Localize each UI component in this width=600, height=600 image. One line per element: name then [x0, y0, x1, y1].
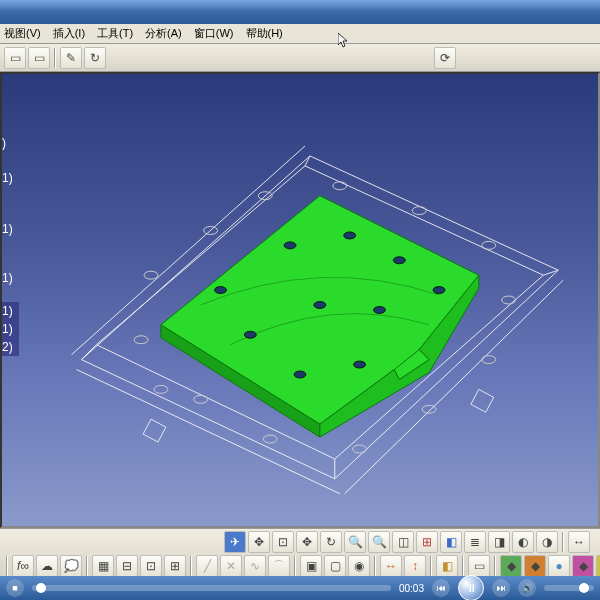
chat-icon[interactable]: 💭 — [60, 555, 82, 577]
viewport-3d[interactable]: )1)1)1)1)1)2) — [0, 72, 600, 528]
cube3d-icon[interactable]: ◧ — [436, 555, 458, 577]
tool-rect2[interactable]: ▭ — [28, 47, 50, 69]
tree-node[interactable]: 2) — [2, 338, 19, 356]
view-layers[interactable]: ≣ — [464, 531, 486, 553]
tree-node[interactable]: ) — [2, 134, 19, 152]
svg-point-20 — [433, 287, 445, 294]
view-rotate[interactable]: ↻ — [320, 531, 342, 553]
svg-point-32 — [263, 435, 277, 443]
separator — [6, 556, 8, 576]
body-green-icon[interactable]: ◆ — [500, 555, 522, 577]
spec-tree[interactable]: )1)1)1)1)1)2) — [2, 134, 19, 356]
separator — [374, 556, 376, 576]
svg-point-17 — [244, 331, 256, 338]
tree-node[interactable]: 1) — [2, 302, 19, 320]
zoom-out-icon[interactable]: 🔍 — [368, 531, 390, 553]
menu-tools[interactable]: 工具(T) — [97, 26, 133, 41]
svg-point-36 — [154, 385, 168, 393]
separator — [54, 48, 56, 68]
svg-point-19 — [374, 306, 386, 313]
svg-line-3 — [305, 156, 310, 166]
svg-point-33 — [353, 445, 367, 453]
body-yel-icon[interactable]: ◆ — [596, 555, 600, 577]
player-pause[interactable]: ⏸ — [458, 575, 484, 600]
tool-sketch[interactable]: ✎ — [60, 47, 82, 69]
separator — [494, 556, 496, 576]
menu-analyze[interactable]: 分析(A) — [145, 26, 182, 41]
tree-node[interactable]: 1) — [2, 204, 19, 254]
svg-point-22 — [354, 361, 366, 368]
separator — [562, 532, 564, 552]
curve2-icon[interactable]: ⌒ — [268, 555, 290, 577]
menu-insert[interactable]: 插入(I) — [53, 26, 85, 41]
media-player-bar: ■ 00:03 ⏮ ⏸ ⏭ 🔊 — [0, 576, 600, 600]
separator — [190, 556, 192, 576]
menu-help[interactable]: 帮助(H) — [246, 26, 283, 41]
dim-icon[interactable]: ↔ — [380, 555, 402, 577]
x-icon[interactable]: ✕ — [220, 555, 242, 577]
separator — [294, 556, 296, 576]
top-toolbar: ▭ ▭ ✎ ↻ ⟳ — [0, 44, 600, 72]
view-fly[interactable]: ✈ — [224, 531, 246, 553]
line-icon[interactable]: ╱ — [196, 555, 218, 577]
svg-marker-9 — [161, 196, 479, 424]
svg-point-23 — [144, 271, 158, 279]
separator — [430, 556, 432, 576]
svg-point-34 — [422, 405, 436, 413]
body-mag-icon[interactable]: ◆ — [572, 555, 594, 577]
player-mute[interactable]: 🔊 — [518, 579, 536, 597]
player-seek[interactable] — [32, 585, 391, 591]
tool-refresh[interactable]: ⟳ — [434, 47, 456, 69]
tree2-icon[interactable]: ⊡ — [140, 555, 162, 577]
view-wire[interactable]: ◑ — [536, 531, 558, 553]
zoom-in-icon[interactable]: 🔍 — [344, 531, 366, 553]
svg-point-28 — [482, 241, 496, 249]
menu-window[interactable]: 窗口(W) — [194, 26, 234, 41]
svg-point-35 — [482, 356, 496, 364]
cloud-icon[interactable]: ☁ — [36, 555, 58, 577]
body-orange-icon[interactable]: ◆ — [524, 555, 546, 577]
view-move[interactable]: ✥ — [248, 531, 270, 553]
svg-point-30 — [502, 296, 516, 304]
player-volume[interactable] — [544, 585, 594, 591]
dim2-icon[interactable]: ↕ — [404, 555, 426, 577]
svg-line-2 — [81, 345, 96, 360]
scene-graphics — [2, 74, 598, 526]
view-multi[interactable]: ⊞ — [416, 531, 438, 553]
tree-node[interactable]: 1) — [2, 320, 19, 338]
player-time: 00:03 — [399, 583, 424, 594]
bottom-toolbar: ✈ ✥ ⊡ ✥ ↻ 🔍 🔍 ◫ ⊞ ◧ ≣ ◨ ◐ ◑ ↔ f∞ ☁ 💭 ▦ ⊟… — [0, 528, 600, 576]
menu-view[interactable]: 视图(V) — [4, 26, 41, 41]
sphere-icon[interactable]: ● — [548, 555, 570, 577]
player-prev[interactable]: ⏮ — [432, 579, 450, 597]
svg-point-21 — [294, 371, 306, 378]
hier-icon[interactable]: ⊞ — [164, 555, 186, 577]
shaft-icon[interactable]: ◉ — [348, 555, 370, 577]
curve-icon[interactable]: ∿ — [244, 555, 266, 577]
tool-swirl[interactable]: ↻ — [84, 47, 106, 69]
menu-bar[interactable]: 视图(V) 插入(I) 工具(T) 分析(A) 窗口(W) 帮助(H) — [0, 24, 600, 44]
measure-icon[interactable]: ↔ — [568, 531, 590, 553]
fx-icon[interactable]: f∞ — [12, 555, 34, 577]
view-pan[interactable]: ✥ — [296, 531, 318, 553]
view-cube[interactable]: ◨ — [488, 531, 510, 553]
view-fit[interactable]: ⊡ — [272, 531, 294, 553]
player-stop[interactable]: ■ — [6, 579, 24, 597]
tool-rect[interactable]: ▭ — [4, 47, 26, 69]
pocket-icon[interactable]: ▢ — [324, 555, 346, 577]
player-next[interactable]: ⏭ — [492, 579, 510, 597]
tree-icon[interactable]: ⊟ — [116, 555, 138, 577]
view-normal[interactable]: ◫ — [392, 531, 414, 553]
view-shade[interactable]: ◐ — [512, 531, 534, 553]
svg-point-29 — [134, 336, 148, 344]
svg-point-18 — [314, 301, 326, 308]
tree-node[interactable]: 1) — [2, 152, 19, 204]
separator — [86, 556, 88, 576]
sheet-icon[interactable]: ▭ — [468, 555, 490, 577]
grid-icon[interactable]: ▦ — [92, 555, 114, 577]
svg-point-31 — [194, 395, 208, 403]
tree-node[interactable]: 1) — [2, 254, 19, 302]
pad-icon[interactable]: ▣ — [300, 555, 322, 577]
svg-point-27 — [412, 207, 426, 215]
view-iso[interactable]: ◧ — [440, 531, 462, 553]
